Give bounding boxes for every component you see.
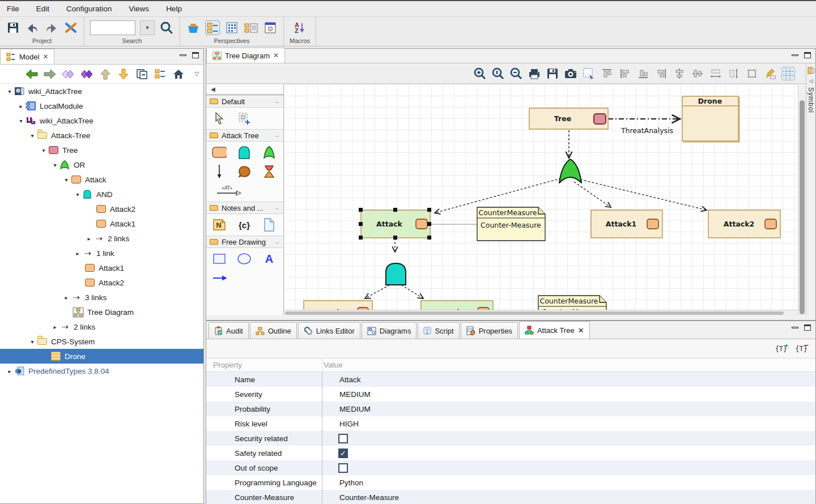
attack-node-tool[interactable] — [212, 146, 227, 159]
grid-perspective-icon[interactable] — [224, 20, 239, 35]
align-left-icon[interactable] — [618, 67, 632, 80]
tree-item-links-2b[interactable]: ▸⇢2 links — [0, 319, 203, 334]
search-icon[interactable] — [159, 20, 174, 35]
safety-related-checkbox[interactable]: ✓ — [338, 449, 348, 458]
tree-item-attack1[interactable]: Attack1 — [0, 216, 203, 231]
same-height-icon[interactable] — [727, 67, 741, 80]
tree-item-attack2[interactable]: Attack2 — [0, 202, 203, 216]
previous-diamond-icon[interactable] — [62, 67, 75, 81]
palette-section-notes[interactable]: Notes and ... ⇔ — [206, 202, 283, 214]
diagram-canvas[interactable]: ThreatAnalysis Tree Drone — [284, 84, 800, 315]
menu-help[interactable]: Help — [166, 5, 182, 13]
tree-item-links-2a[interactable]: ▸⇢2 links — [0, 231, 203, 246]
and-gate[interactable] — [386, 263, 406, 285]
print-icon[interactable] — [528, 67, 541, 80]
menu-configuration[interactable]: Configuration — [66, 5, 112, 13]
menu-views[interactable]: Views — [129, 5, 149, 13]
node-attack[interactable]: Attack — [359, 208, 431, 240]
maximize-icon[interactable] — [804, 52, 811, 58]
rectangle-tool[interactable] — [212, 253, 227, 265]
format-painter-icon[interactable] — [763, 67, 777, 80]
tree-item-links-1[interactable]: ▸⇢1 link — [0, 246, 203, 260]
note-tool[interactable]: N — [212, 219, 227, 231]
capture-zone-icon[interactable] — [582, 67, 596, 80]
module-list-perspective-icon[interactable] — [244, 20, 258, 35]
maximize-icon[interactable] — [192, 52, 199, 58]
property-value[interactable]: Attack — [322, 372, 361, 387]
multi-select-tool[interactable] — [237, 112, 252, 125]
palette-section-free-drawing[interactable]: Free Drawing ⇔ — [206, 236, 283, 248]
tree-item-links-3[interactable]: ▸⇢3 links — [0, 290, 203, 305]
sort-az-macros-icon[interactable]: A Z — [292, 20, 307, 35]
palette-section-default[interactable]: Default ⇔ — [206, 95, 283, 108]
link-or-to-attack2[interactable] — [580, 180, 707, 210]
or-gate-tool[interactable] — [262, 146, 277, 159]
navigate-forward-icon[interactable] — [43, 67, 56, 81]
screenshot-icon[interactable] — [564, 67, 577, 80]
tab-links-editor[interactable]: Links Editor — [298, 322, 360, 339]
arrow-tool[interactable] — [212, 272, 227, 284]
tree-item-project[interactable]: ▾wiki_AttackTree — [0, 84, 203, 99]
close-icon[interactable]: ✕ — [578, 326, 584, 335]
move-down-icon[interactable] — [117, 67, 130, 81]
palette-collapse-button[interactable]: ◀ — [206, 84, 283, 95]
link-and-to-attack1[interactable] — [401, 285, 423, 298]
horizontal-scrollbar[interactable] — [284, 310, 800, 315]
minimize-icon[interactable] — [792, 54, 798, 56]
tab-audit[interactable]: Audit — [209, 322, 249, 339]
tab-model[interactable]: Model ✕ — [0, 49, 54, 64]
settings-tools-icon[interactable] — [63, 20, 78, 35]
comment-tool[interactable]: {c} — [237, 219, 252, 231]
tree-item-attack2-or[interactable]: Attack2 — [0, 275, 203, 290]
align-right-icon[interactable] — [654, 67, 668, 80]
attack-link-tool[interactable]: «AT» — [212, 185, 246, 197]
bucket-perspective-icon[interactable] — [186, 20, 201, 35]
zoom-in-icon[interactable] — [473, 67, 487, 80]
align-bottom-icon[interactable] — [636, 67, 650, 80]
zoom-out-icon[interactable] — [509, 67, 523, 80]
property-value[interactable]: Counter-Measure — [322, 490, 399, 504]
view-menu-chevron-icon[interactable]: ▽ — [190, 67, 203, 81]
note-countermeasure-1[interactable]: CounterMeasure Counter-Measure — [477, 207, 545, 241]
or-gate[interactable] — [559, 159, 581, 183]
minimize-icon[interactable] — [180, 54, 186, 56]
menu-edit[interactable]: Edit — [36, 5, 49, 13]
model-perspective-icon[interactable] — [205, 20, 220, 35]
redo-icon[interactable] — [44, 20, 59, 35]
zoom-reset-icon[interactable] — [491, 67, 505, 80]
search-input[interactable] — [90, 20, 135, 35]
close-icon[interactable]: ✕ — [273, 52, 279, 59]
remove-tag-button[interactable]: {T}− — [795, 345, 808, 353]
timer-node-tool[interactable] — [262, 165, 277, 178]
tree-item-drone[interactable]: Drone — [0, 349, 203, 364]
tree-item-predefined-types[interactable]: ▸PredefinedTypes 3.8.04 — [0, 364, 203, 378]
palette-section-attack-tree[interactable]: Attack Tree ⇔ — [206, 129, 283, 142]
tree-view-icon[interactable] — [154, 67, 167, 81]
save-diagram-icon[interactable] — [546, 67, 559, 80]
symbol-side-tab[interactable]: ◁ Symbol — [806, 64, 815, 315]
document-tool[interactable] — [262, 219, 277, 231]
center-horizontal-icon[interactable] — [691, 67, 704, 80]
node-attack1[interactable]: Attack1 — [591, 210, 662, 238]
fit-frame-icon[interactable] — [745, 67, 759, 80]
search-dropdown-button[interactable]: ▼ — [140, 20, 155, 35]
out-of-scope-checkbox[interactable] — [338, 463, 348, 473]
same-width-icon[interactable] — [709, 67, 722, 80]
tree-item-and[interactable]: ▾AND — [0, 187, 203, 202]
tree-item-cps-system[interactable]: ▾CPS-System — [0, 334, 203, 349]
link-label-threat-analysis[interactable]: ThreatAnalysis — [620, 126, 673, 135]
node-drone[interactable]: Drone — [682, 96, 740, 142]
tab-outline[interactable]: Outline — [250, 322, 297, 339]
property-value[interactable]: HIGH — [322, 416, 359, 431]
tab-attack-tree[interactable]: Attack Tree ✕ — [519, 321, 590, 339]
tree-item-localmodule[interactable]: ▸LocalModule — [0, 99, 203, 113]
node-tree[interactable]: Tree — [529, 108, 608, 129]
property-value[interactable]: Python — [322, 475, 363, 490]
tree-item-attack-tree-folder[interactable]: ▾Attack-Tree — [0, 128, 203, 143]
home-icon[interactable] — [172, 67, 185, 81]
undo-icon[interactable] — [25, 20, 40, 35]
tree-item-tree[interactable]: ▾Tree — [0, 143, 203, 157]
sequence-arrow-tool[interactable] — [212, 165, 227, 178]
save-icon[interactable] — [6, 20, 20, 35]
align-top-icon[interactable] — [600, 67, 614, 80]
